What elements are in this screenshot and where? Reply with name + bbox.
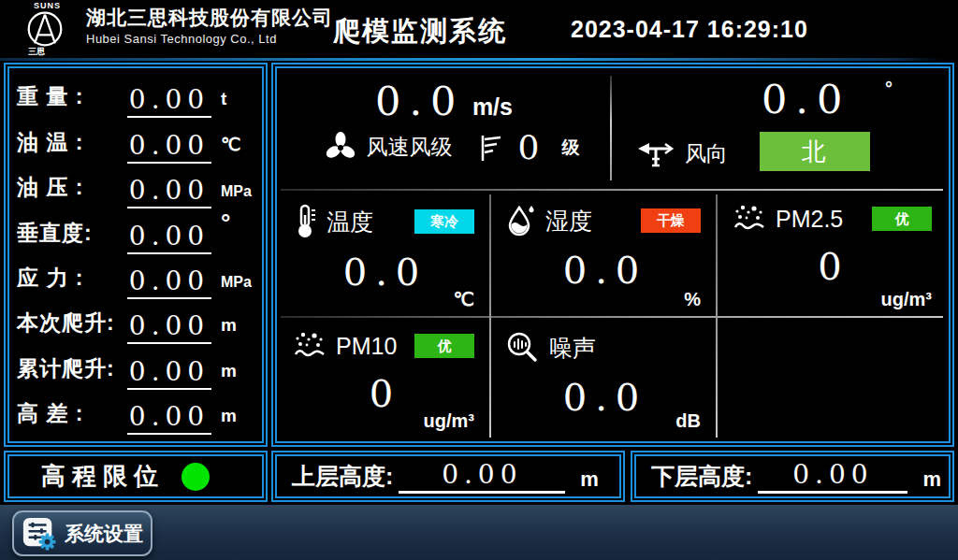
wind-direction-value: 0.0 — [762, 76, 850, 122]
metric-value: 0.00 — [127, 175, 211, 208]
metric-row-weight: 重 量 : 0.00 t — [17, 73, 254, 118]
sensor-cell-temperature: 温度 寒冷 0.0 ℃ — [278, 191, 489, 316]
sensor-label: 温度 — [327, 207, 373, 237]
dust-icon — [733, 204, 766, 234]
status-badge: 干燥 — [641, 208, 701, 233]
company-logo: SUNS 三思 — [22, 1, 82, 57]
logo-icon — [26, 10, 64, 48]
metric-value: 0.00 — [127, 130, 211, 164]
metric-row-oil-pressure: 油 压 : 0.00 MPa — [17, 164, 254, 208]
wind-level-unit: 级 — [561, 136, 579, 160]
wind-vane-icon — [636, 140, 675, 168]
logo-bottom-text: 三思 — [22, 46, 82, 58]
dust-icon — [293, 331, 327, 361]
company-name: 湖北三思科技股份有限公司 Hubei Sansi Technology Co.,… — [86, 6, 333, 46]
metric-row-height-diff: 高 差 : 0.00 m — [17, 390, 254, 435]
status-badge: 优 — [872, 207, 932, 231]
metric-label: 油 温 : — [17, 128, 127, 164]
sensor-value: 0.0 — [506, 376, 704, 419]
metric-label: 本次爬升: — [17, 309, 127, 344]
bottom-bar: 系统设置 — [0, 505, 958, 560]
lower-height-value: 0.00 — [758, 459, 907, 494]
sensor-unit: % — [684, 289, 701, 310]
elevation-limit-label: 高程限位 — [41, 460, 165, 493]
sensor-unit: dB — [675, 410, 701, 432]
metric-row-current-climb: 本次爬升: 0.00 m — [17, 299, 254, 344]
wind-direction-unit: ° — [885, 78, 893, 99]
thermometer-icon — [293, 204, 317, 239]
environment-panel: 0.0 m/s 风速风级 0 级 — [271, 63, 954, 447]
sensor-cell-noise: 噪声 0.0 dB — [491, 318, 716, 438]
metric-label: 垂直度: — [17, 219, 127, 254]
metric-value: 0.00 — [127, 84, 211, 118]
empty-cell — [718, 318, 947, 438]
metric-unit: m — [221, 315, 254, 344]
wind-level-value: 0 — [518, 128, 540, 166]
wind-speed-unit: m/s — [472, 93, 513, 120]
metric-row-stress: 应 力 : 0.00 MPa — [17, 254, 254, 299]
lower-height-panel: 下层高度: 0.00 m — [631, 451, 954, 502]
page-title: 爬模监测系统 — [333, 13, 507, 50]
datetime-display: 2023-04-17 16:29:10 — [571, 16, 808, 43]
wind-direction-display[interactable]: 北 — [760, 132, 870, 171]
wind-speed-value: 0.0 — [375, 78, 464, 124]
company-name-en: Hubei Sansi Technology Co., Ltd — [86, 32, 333, 46]
metric-label: 重 量 : — [17, 82, 127, 118]
wind-direction-cell: 0.0 ° 风向 北 — [612, 68, 947, 189]
sensor-unit: ug/m³ — [424, 410, 474, 432]
wind-speed-readout: 0.0 m/s — [278, 78, 610, 124]
metric-unit: m — [221, 361, 254, 390]
fan-icon — [324, 131, 357, 165]
metric-unit: ℃ — [221, 134, 254, 164]
upper-height-panel: 上层高度: 0.00 m — [271, 451, 625, 502]
sensor-value: 0 — [733, 245, 936, 288]
metric-value: 0.00 — [127, 310, 211, 344]
metric-label: 高 差 : — [17, 399, 127, 435]
metric-row-total-climb: 累计爬升: 0.00 m — [17, 344, 254, 389]
app-root: SUNS 三思 湖北三思科技股份有限公司 Hubei Sansi Technol… — [0, 0, 958, 560]
noise-icon — [506, 331, 540, 365]
metric-value: 0.00 — [127, 266, 211, 299]
sensor-label: 湿度 — [545, 206, 592, 237]
settings-icon — [22, 516, 57, 552]
wind-speed-label: 风速风级 — [367, 133, 453, 162]
metric-label: 油 压 : — [17, 173, 127, 208]
status-badge: 优 — [414, 334, 474, 358]
metric-unit: m — [221, 406, 254, 435]
settings-button[interactable]: 系统设置 — [12, 510, 152, 556]
status-badge: 寒冷 — [414, 209, 474, 234]
metric-unit: MPa — [221, 274, 254, 299]
sensor-value: 0.0 — [293, 251, 478, 294]
metric-value: 0.00 — [127, 356, 211, 390]
metric-row-oil-temp: 油 温 : 0.00 ℃ — [17, 118, 254, 163]
company-name-cn: 湖北三思科技股份有限公司 — [86, 6, 333, 29]
metrics-panel: 重 量 : 0.00 t 油 温 : 0.00 ℃ 油 压 : 0.00 MPa… — [4, 63, 268, 447]
metric-unit: t — [221, 89, 254, 118]
lower-height-unit: m — [922, 462, 941, 492]
metric-label: 累计爬升: — [17, 354, 127, 390]
metric-value: 0.00 — [127, 401, 211, 435]
lower-height-label: 下层高度: — [651, 461, 752, 492]
elevation-limit-indicator — [181, 463, 210, 491]
upper-height-label: 上层高度: — [292, 461, 393, 492]
metric-unit: ° — [221, 208, 254, 254]
sensor-label: 噪声 — [549, 333, 596, 364]
metric-value: 0.00 — [127, 221, 211, 254]
droplet-icon — [506, 204, 536, 237]
logo-top-text: SUNS — [22, 1, 82, 10]
wind-speed-cell: 0.0 m/s 风速风级 0 级 — [278, 68, 610, 189]
sensor-value: 0.0 — [506, 249, 704, 292]
settings-button-label: 系统设置 — [65, 521, 143, 547]
sensor-unit: ℃ — [454, 288, 474, 310]
sensor-unit: ug/m³ — [881, 289, 932, 310]
upper-height-unit: m — [580, 462, 599, 492]
header: SUNS 三思 湖北三思科技股份有限公司 Hubei Sansi Technol… — [0, 0, 958, 58]
sensor-value: 0 — [293, 372, 478, 415]
sensor-label: PM2.5 — [776, 206, 843, 233]
sensor-label: PM10 — [336, 333, 397, 360]
sensor-cell-pm10: PM10 优 0 ug/m³ — [278, 318, 489, 438]
metric-row-verticality: 垂直度: 0.00 ° — [17, 208, 254, 254]
elevation-limit-panel: 高程限位 — [4, 451, 268, 502]
sensor-cell-pm25: PM2.5 优 0 ug/m³ — [718, 191, 947, 316]
wind-direction-labelrow: 风向 — [636, 139, 728, 168]
